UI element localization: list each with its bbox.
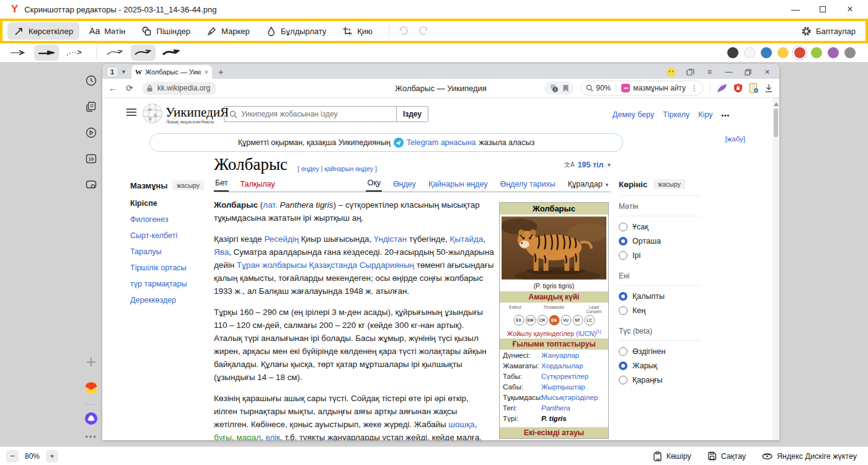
register-link[interactable]: Тіркелу	[663, 110, 689, 119]
back-button[interactable]: ←	[108, 83, 117, 93]
browser-menu-button[interactable]: ≡	[705, 68, 714, 77]
taxonomy-value[interactable]: Мысықтәрізділер	[541, 394, 598, 401]
toc-hide-button[interactable]: жасыру	[172, 180, 204, 190]
wiki-link[interactable]: елік	[265, 433, 280, 440]
tool-shapes-button[interactable]: Пішіндер	[135, 22, 197, 40]
tool-crop-button[interactable]: Қию	[336, 22, 379, 40]
iucn-badge-ew[interactable]: EW	[525, 315, 536, 326]
color-swatch-7[interactable]	[844, 47, 856, 58]
color-swatch-0[interactable]	[727, 47, 738, 58]
alice-button[interactable]	[84, 411, 99, 426]
maximize-button[interactable]	[818, 5, 827, 14]
feather-extension-button[interactable]	[717, 84, 727, 93]
save-button[interactable]: Сақтау	[707, 451, 746, 461]
url-field[interactable]: kk.wikipedia.org	[142, 82, 216, 95]
edit-document-button[interactable]	[749, 83, 758, 93]
wikipedia-wordmark[interactable]: УикипедиЯ	[166, 105, 229, 120]
radio-icon[interactable]	[619, 306, 627, 315]
wiki-link[interactable]: лат.	[263, 200, 277, 210]
taxobox-image[interactable]	[500, 215, 608, 281]
upload-disk-button[interactable]: Яндекс Дискіге жүктеу	[762, 452, 857, 461]
wiki-link[interactable]: шошқа	[448, 420, 474, 429]
timer-10-button[interactable]: 10	[84, 151, 99, 166]
browser-restore-button[interactable]	[743, 68, 753, 77]
sketch-arrow-bold[interactable]	[159, 45, 184, 61]
tab-talk[interactable]: Талқылау	[239, 180, 276, 192]
color-swatch-2[interactable]	[761, 47, 772, 58]
close-button[interactable]: ×	[846, 5, 854, 14]
zoom-in-button[interactable]: +	[46, 450, 58, 463]
zoom-control[interactable]: 90%	[586, 84, 611, 92]
tab-counter-button[interactable]: 1	[106, 66, 118, 78]
iucn-badge-nt[interactable]: NT	[572, 315, 583, 326]
wiki-menu-button[interactable]	[126, 108, 137, 117]
radio-option[interactable]: Орташа	[619, 237, 701, 246]
toc-item[interactable]: Тіршілік ортасы	[130, 264, 211, 272]
more-tools-button[interactable]: •••	[85, 432, 97, 441]
wiki-search-button[interactable]: Іздеу	[396, 107, 428, 122]
active-tab[interactable]: W Жолбарыс — Уикипеді ×	[131, 65, 212, 79]
taxonomy-value[interactable]: Жыртқыштар	[541, 383, 585, 391]
wiki-search-input[interactable]	[237, 110, 396, 118]
tab-history[interactable]: Өңделу тарихы	[498, 180, 556, 192]
wiki-link[interactable]: Ресейдің	[264, 234, 299, 244]
radio-icon[interactable]	[619, 292, 627, 301]
toc-item[interactable]: Кіріспе	[130, 199, 211, 208]
radio-option[interactable]: Қараңғы	[619, 376, 701, 384]
wiki-link[interactable]: Қазақстанда Сырдарияның	[309, 260, 414, 270]
tab-panels-button[interactable]	[686, 68, 695, 77]
arrow-style-plain[interactable]	[6, 45, 31, 61]
iucn-badge-lc[interactable]: LC	[584, 315, 595, 326]
new-tab-button[interactable]: +	[218, 67, 223, 77]
tool-marker-button[interactable]: Маркер	[200, 22, 256, 40]
radio-option[interactable]: Қалыпты	[619, 292, 701, 301]
iucn-badge-cr[interactable]: CR	[537, 315, 547, 326]
history-button[interactable]	[84, 73, 99, 88]
edit-source-link[interactable]: қайнарын өңдеу	[324, 165, 373, 172]
iucn-badge-en[interactable]: EN	[549, 315, 559, 326]
radio-option[interactable]: Ұсақ	[619, 223, 701, 231]
language-selector[interactable]: 文А 195 тіл ▼	[564, 161, 611, 169]
tool-blur-button[interactable]: Бұлдырлату	[260, 22, 332, 40]
tool-arrows-button[interactable]: Көрсеткілер	[7, 22, 79, 40]
scroll-up-arrow[interactable]	[774, 100, 779, 106]
iucn-badge-ex[interactable]: EX	[513, 315, 524, 326]
tab-tools[interactable]: Құралдар ▼	[567, 180, 611, 192]
banner-close-link[interactable]: [жабу]	[725, 135, 745, 143]
taxonomy-value[interactable]: Жануарлар	[541, 352, 579, 359]
toc-item[interactable]: түр тармақтары	[130, 280, 211, 288]
sketch-arrow-medium[interactable]	[131, 45, 156, 61]
tab-edit-source[interactable]: Қайнарын өңдеу	[427, 180, 489, 192]
login-link[interactable]: Кіру	[698, 110, 712, 119]
iucn-badge-vu[interactable]: VU	[560, 315, 571, 326]
tab-list-chevron-icon[interactable]: ▼	[121, 69, 126, 75]
radio-icon[interactable]	[619, 251, 627, 260]
wiki-link[interactable]: марал	[236, 433, 260, 440]
profile-avatar[interactable]	[666, 68, 676, 77]
bookmark-button[interactable]	[562, 84, 569, 92]
wiki-link[interactable]: Қытайда	[450, 234, 484, 244]
page-scrollbar[interactable]	[773, 98, 779, 440]
color-swatch-1[interactable]	[744, 47, 755, 58]
play-button[interactable]	[84, 125, 99, 140]
pill-more-button[interactable]: ⋮	[691, 84, 698, 92]
tab-read[interactable]: Оқу	[366, 179, 381, 192]
taxonomy-value[interactable]: Хордалылар	[541, 362, 583, 370]
taxonomy-value[interactable]: Panthera	[541, 404, 570, 412]
wiki-link[interactable]: бұғы	[214, 433, 232, 440]
browser-minimize-button[interactable]: —	[724, 68, 733, 77]
redo-button[interactable]	[415, 23, 432, 39]
yandex-mail-button[interactable]	[84, 381, 99, 396]
reload-button[interactable]: ⟳	[126, 83, 133, 93]
downloads-button[interactable]	[764, 84, 773, 93]
sketch-arrow-thin[interactable]	[103, 45, 128, 61]
color-swatch-4[interactable]	[794, 47, 805, 58]
collections-button[interactable]: 1	[549, 84, 559, 93]
wiki-link[interactable]: Тұран жолбарысы	[237, 260, 307, 270]
toc-item[interactable]: Таралуы	[130, 247, 211, 256]
browser-close-button[interactable]: ×	[763, 68, 772, 77]
screen-capture-button[interactable]	[84, 177, 99, 192]
taxonomy-value[interactable]: Сүтқоректілер	[541, 373, 588, 380]
add-button[interactable]	[84, 355, 99, 370]
minimize-button[interactable]: —	[791, 5, 800, 14]
